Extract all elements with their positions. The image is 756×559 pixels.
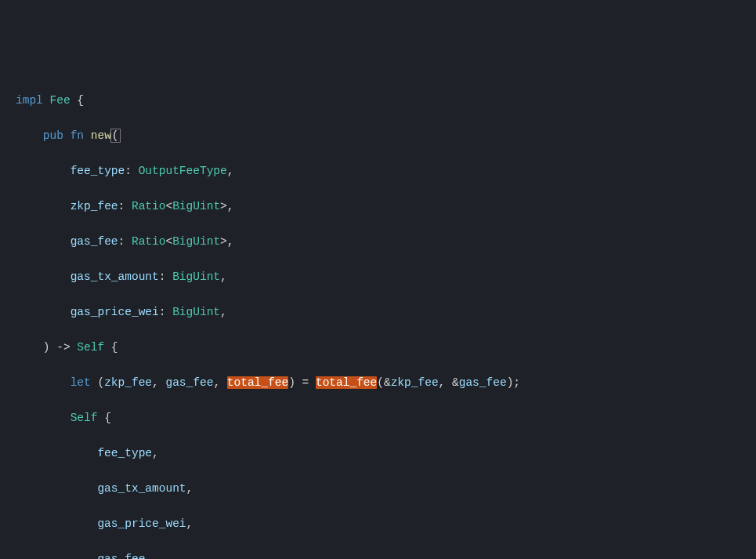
keyword-let: let <box>71 376 91 389</box>
code-line[interactable]: let (zkp_fee, gas_fee, total_fee) = tota… <box>16 374 756 392</box>
field: gas_fee <box>97 553 145 560</box>
field: gas_tx_amount <box>97 482 186 495</box>
func-new: new <box>91 129 111 142</box>
code-line[interactable]: ) -> Self { <box>16 339 756 357</box>
keyword-impl: impl <box>16 94 43 107</box>
code-line[interactable]: gas_tx_amount, <box>16 480 756 498</box>
code-editor[interactable]: impl Fee { pub fn new( fee_type: OutputF… <box>16 74 756 559</box>
type: Ratio <box>132 235 166 248</box>
param: gas_tx_amount <box>71 270 159 283</box>
type-self: Self <box>71 412 98 424</box>
paren-cursor: ( <box>110 129 121 143</box>
param: fee_type <box>71 165 125 177</box>
code-line[interactable]: fee_type: OutputFeeType, <box>16 162 756 180</box>
code-line[interactable]: Self { <box>16 409 756 427</box>
field: gas_price_wei <box>97 517 186 530</box>
code-line[interactable]: gas_fee, <box>16 550 756 560</box>
param: zkp_fee <box>71 200 118 212</box>
code-line[interactable]: zkp_fee: Ratio<BigUint>, <box>16 198 756 216</box>
type: Ratio <box>132 200 166 212</box>
type-self: Self <box>77 341 104 354</box>
param: gas_fee <box>71 235 118 248</box>
code-line[interactable]: gas_fee: Ratio<BigUint>, <box>16 233 756 251</box>
code-line[interactable]: gas_price_wei: BigUint, <box>16 303 756 321</box>
code-line[interactable]: impl Fee { <box>16 92 756 110</box>
type: OutputFeeType <box>139 165 227 177</box>
keyword-fn: fn <box>71 129 84 142</box>
type: BigUint <box>172 270 220 283</box>
type: BigUint <box>172 306 220 318</box>
highlight-total-fee: total_fee <box>316 376 377 389</box>
highlight-total-fee: total_fee <box>227 376 288 389</box>
field: fee_type <box>97 447 152 459</box>
code-line[interactable]: gas_tx_amount: BigUint, <box>16 268 756 286</box>
code-line[interactable]: gas_price_wei, <box>16 515 756 533</box>
code-line[interactable]: pub fn new( <box>16 127 756 145</box>
param: gas_price_wei <box>71 306 159 318</box>
brace: { <box>77 94 84 107</box>
code-line[interactable]: fee_type, <box>16 445 756 463</box>
keyword-pub: pub <box>43 129 63 142</box>
type-fee: Fee <box>50 94 71 107</box>
